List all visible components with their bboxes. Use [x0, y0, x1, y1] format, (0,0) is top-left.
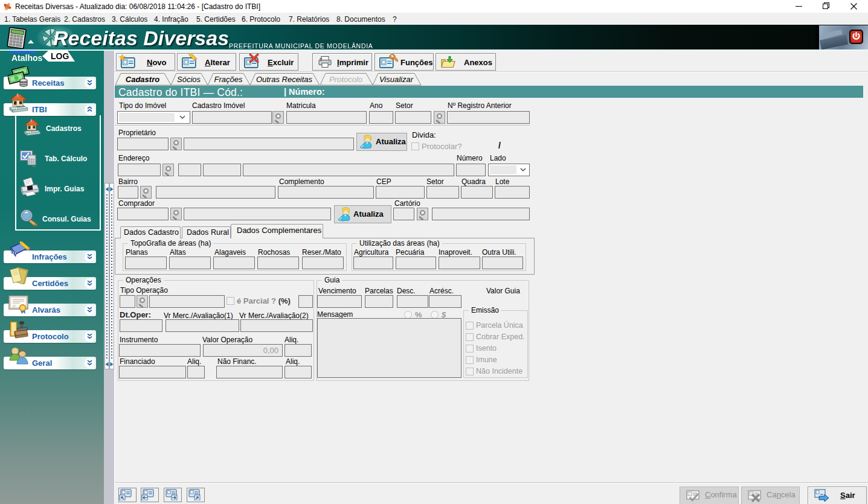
- svg-text:Frações: Frações: [214, 75, 243, 84]
- svg-text:Cadastro: Cadastro: [126, 75, 159, 84]
- svg-text:Visualizar: Visualizar: [379, 75, 414, 84]
- svg-text:Protocolo: Protocolo: [329, 75, 362, 84]
- svg-text:LOG: LOG: [51, 51, 69, 61]
- svg-text:Outras Receitas: Outras Receitas: [256, 75, 313, 84]
- svg-text:Sócios: Sócios: [177, 75, 201, 84]
